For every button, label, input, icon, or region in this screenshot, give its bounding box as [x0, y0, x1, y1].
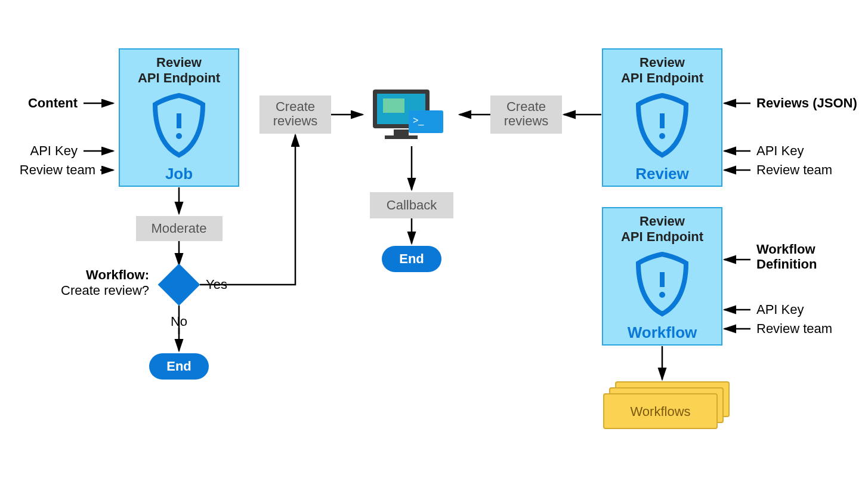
step-create-reviews-left: Create reviews	[260, 95, 331, 134]
endpoint-review: Review API Endpoint Review	[603, 49, 722, 186]
endpoint-workflow: Review API Endpoint Workflow	[603, 208, 722, 345]
svg-rect-25	[394, 129, 409, 135]
svg-text:Job: Job	[165, 165, 193, 183]
svg-text:End: End	[166, 359, 191, 374]
diagram-root: Content API Key Review team Review API E…	[0, 0, 868, 478]
svg-text:Create: Create	[276, 99, 315, 114]
svg-point-7	[176, 133, 182, 139]
svg-text:API Endpoint: API Endpoint	[138, 70, 221, 85]
svg-rect-26	[385, 135, 418, 139]
svg-text:Review: Review	[640, 214, 685, 229]
label-review-team-3: Review team	[756, 321, 832, 336]
label-content: Content	[28, 95, 78, 110]
label-api-key-3: API Key	[756, 302, 804, 317]
label-api-key-2: API Key	[756, 143, 804, 158]
svg-text:reviews: reviews	[504, 113, 549, 128]
label-review-team: Review team	[20, 162, 95, 177]
svg-point-54	[659, 292, 665, 298]
label-review-team-2: Review team	[756, 162, 832, 177]
svg-text:>_: >_	[413, 115, 424, 126]
monitor-icon: >_	[373, 90, 443, 139]
svg-text:Callback: Callback	[387, 198, 437, 212]
svg-rect-27	[383, 98, 404, 113]
step-callback: Callback	[370, 192, 453, 218]
label-api-key: API Key	[30, 143, 78, 158]
step-create-reviews-right: Create reviews	[490, 95, 562, 134]
svg-text:Review: Review	[635, 165, 689, 183]
svg-text:Moderate: Moderate	[152, 221, 207, 236]
svg-rect-13	[158, 264, 200, 306]
svg-text:API Endpoint: API Endpoint	[621, 229, 704, 244]
end-centre: End	[382, 246, 441, 272]
end-left: End	[149, 353, 209, 380]
svg-text:End: End	[399, 251, 424, 266]
step-moderate: Moderate	[136, 216, 223, 241]
svg-rect-6	[177, 113, 181, 128]
decision-question: Create review?	[61, 283, 149, 298]
label-workflow-def-2: Definition	[756, 257, 817, 272]
workflows-stack: Workflows	[604, 382, 729, 428]
svg-rect-44	[660, 113, 665, 128]
label-workflow-def-1: Workflow	[756, 242, 816, 257]
decision-title: Workflow:	[86, 267, 149, 282]
svg-text:reviews: reviews	[273, 113, 318, 128]
svg-text:Review: Review	[156, 55, 202, 70]
svg-text:API Endpoint: API Endpoint	[621, 70, 704, 85]
svg-text:Workflows: Workflows	[630, 404, 690, 419]
svg-rect-53	[660, 272, 665, 287]
svg-text:Create: Create	[506, 99, 546, 114]
decision-no: No	[171, 314, 187, 329]
endpoint-job: Review API Endpoint Job	[119, 49, 239, 186]
svg-text:Workflow: Workflow	[628, 323, 697, 341]
svg-point-45	[659, 133, 665, 139]
svg-text:Review: Review	[640, 55, 685, 70]
decision-workflow	[158, 264, 200, 306]
label-reviews-json: Reviews (JSON)	[756, 95, 857, 110]
